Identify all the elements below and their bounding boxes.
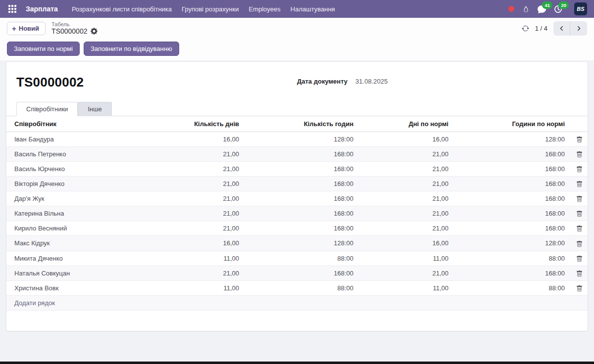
employee-name-cell[interactable]: Іван Бандура: [6, 132, 186, 147]
delete-row-icon[interactable]: [576, 211, 583, 217]
employee-name-cell[interactable]: Наталья Совкуцан: [6, 266, 186, 280]
table-row[interactable]: Василь Юрченко 21,00 168:00 21,00 168:00: [6, 162, 588, 177]
days-cell[interactable]: 21,00: [186, 206, 245, 221]
hours-norm-cell[interactable]: 168:00: [454, 191, 571, 206]
hours-cell[interactable]: 168:00: [245, 177, 359, 191]
days-norm-cell[interactable]: 21,00: [359, 162, 454, 177]
days-norm-cell[interactable]: 16,00: [359, 236, 454, 251]
table-row[interactable]: Василь Петренко 21,00 168:00 21,00 168:0…: [6, 147, 588, 162]
delete-row-icon[interactable]: [576, 271, 583, 277]
days-cell[interactable]: 16,00: [186, 236, 245, 251]
table-row[interactable]: Іван Бандура 16,00 128:00 16,00 128:00: [6, 132, 588, 147]
delete-row-icon[interactable]: [576, 241, 583, 247]
table-row[interactable]: Кирило Весняний 21,00 168:00 21,00 168:0…: [6, 221, 588, 236]
new-button[interactable]: + Новий: [7, 22, 46, 35]
days-norm-cell[interactable]: 21,00: [359, 221, 454, 236]
hours-norm-cell[interactable]: 168:00: [454, 206, 571, 221]
hours-norm-cell[interactable]: 128:00: [454, 132, 571, 147]
days-norm-cell[interactable]: 16,00: [359, 132, 454, 147]
employee-name-cell[interactable]: Василь Петренко: [6, 147, 186, 162]
hours-cell[interactable]: 88:00: [245, 280, 359, 295]
hours-norm-cell[interactable]: 168:00: [454, 162, 571, 177]
table-row[interactable]: Микита Дяченко 11,00 88:00 11,00 88:00: [6, 251, 588, 266]
add-row-link[interactable]: Додати рядок: [6, 295, 588, 310]
hours-cell[interactable]: 88:00: [245, 251, 359, 266]
days-cell[interactable]: 11,00: [186, 251, 245, 266]
delete-row-icon[interactable]: [576, 285, 583, 292]
messages-icon[interactable]: 41: [538, 5, 546, 13]
days-cell[interactable]: 21,00: [186, 162, 245, 177]
page-title[interactable]: TS0000002: [16, 75, 84, 90]
fill-by-attendance-button[interactable]: Заповнити по відвідуванню: [84, 42, 179, 56]
days-cell[interactable]: 21,00: [186, 147, 245, 162]
table-row[interactable]: Христина Вовк 11,00 88:00 11,00 88:00: [6, 280, 588, 295]
table-row[interactable]: Катерина Вільна 21,00 168:00 21,00 168:0…: [6, 206, 588, 221]
record-settings-gear-icon[interactable]: [91, 28, 98, 35]
hours-norm-cell[interactable]: 168:00: [454, 147, 571, 162]
employee-name-cell[interactable]: Кирило Весняний: [6, 221, 186, 236]
days-norm-cell[interactable]: 21,00: [359, 177, 454, 191]
days-norm-cell[interactable]: 21,00: [359, 206, 454, 221]
hours-cell[interactable]: 168:00: [245, 206, 359, 221]
hours-cell[interactable]: 128:00: [245, 236, 359, 251]
days-norm-cell[interactable]: 21,00: [359, 191, 454, 206]
apps-menu-icon[interactable]: [5, 2, 20, 16]
employee-name-cell[interactable]: Микита Дяченко: [6, 251, 186, 266]
days-norm-cell[interactable]: 21,00: [359, 147, 454, 162]
table-row[interactable]: Наталья Совкуцан 21,00 168:00 21,00 168:…: [6, 266, 588, 280]
hours-cell[interactable]: 168:00: [245, 221, 359, 236]
delete-row-icon[interactable]: [576, 181, 583, 187]
days-cell[interactable]: 11,00: [186, 280, 245, 295]
breadcrumb-parent[interactable]: Табель: [51, 21, 98, 28]
table-row[interactable]: Макс Кідрук 16,00 128:00 16,00 128:00: [6, 236, 588, 251]
hours-cell[interactable]: 168:00: [245, 147, 359, 162]
pager-prev-button[interactable]: [553, 21, 570, 36]
nav-item-settings[interactable]: Налаштування: [286, 2, 340, 16]
days-cell[interactable]: 21,00: [186, 266, 245, 280]
app-name[interactable]: Зарплата: [22, 5, 65, 13]
hours-norm-cell[interactable]: 168:00: [454, 177, 571, 191]
days-cell[interactable]: 16,00: [186, 132, 245, 147]
hours-norm-cell[interactable]: 88:00: [454, 280, 571, 295]
hours-cell[interactable]: 168:00: [245, 191, 359, 206]
nav-item-batches[interactable]: Групові розрахунки: [177, 2, 244, 16]
hours-norm-cell[interactable]: 168:00: [454, 266, 571, 280]
droplet-icon[interactable]: [522, 5, 530, 13]
hours-cell[interactable]: 128:00: [245, 132, 359, 147]
delete-row-icon[interactable]: [576, 136, 583, 143]
hours-norm-cell[interactable]: 128:00: [454, 236, 571, 251]
activities-icon[interactable]: 20: [554, 5, 562, 13]
refresh-icon[interactable]: [522, 25, 529, 32]
days-norm-cell[interactable]: 11,00: [359, 280, 454, 295]
table-row[interactable]: Вікторія Дяченко 21,00 168:00 21,00 168:…: [6, 177, 588, 191]
employee-name-cell[interactable]: Катерина Вільна: [6, 206, 186, 221]
delete-row-icon[interactable]: [576, 226, 583, 232]
days-norm-cell[interactable]: 11,00: [359, 251, 454, 266]
employee-name-cell[interactable]: Дар'я Жук: [6, 191, 186, 206]
nav-item-payslips[interactable]: Розрахункові листи співробітника: [67, 2, 177, 16]
days-cell[interactable]: 21,00: [186, 177, 245, 191]
hours-norm-cell[interactable]: 168:00: [454, 221, 571, 236]
avatar[interactable]: BS: [574, 2, 587, 15]
pager-next-button[interactable]: [570, 21, 587, 36]
delete-row-icon[interactable]: [576, 256, 583, 262]
fill-by-norm-button[interactable]: Заповнити по нормі: [7, 42, 80, 56]
tab-employees[interactable]: Співробітники: [16, 102, 78, 116]
days-norm-cell[interactable]: 21,00: [359, 266, 454, 280]
employee-name-cell[interactable]: Христина Вовк: [6, 280, 186, 295]
add-row[interactable]: Додати рядок: [6, 295, 588, 310]
days-cell[interactable]: 21,00: [186, 221, 245, 236]
nav-item-employees[interactable]: Employees: [244, 2, 285, 16]
table-row[interactable]: Дар'я Жук 21,00 168:00 21,00 168:00: [6, 191, 588, 206]
delete-row-icon[interactable]: [576, 196, 583, 202]
employee-name-cell[interactable]: Василь Юрченко: [6, 162, 186, 177]
days-cell[interactable]: 21,00: [186, 191, 245, 206]
tab-other[interactable]: Інше: [78, 102, 111, 116]
employee-name-cell[interactable]: Вікторія Дяченко: [6, 177, 186, 191]
pager-count[interactable]: 1 / 4: [535, 25, 547, 32]
date-value[interactable]: 31.08.2025: [355, 78, 388, 85]
hours-cell[interactable]: 168:00: [245, 266, 359, 280]
hours-cell[interactable]: 168:00: [245, 162, 359, 177]
hours-norm-cell[interactable]: 88:00: [454, 251, 571, 266]
delete-row-icon[interactable]: [576, 166, 583, 173]
